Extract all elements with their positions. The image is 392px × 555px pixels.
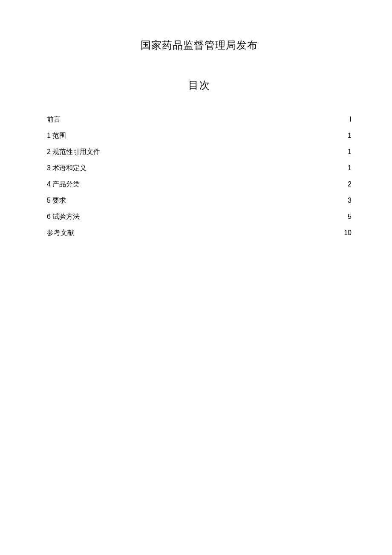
toc-label: 5 要求 bbox=[47, 197, 66, 204]
toc-label: 前言 bbox=[47, 116, 61, 123]
toc-item: 3 术语和定义 1 bbox=[47, 165, 352, 171]
toc-label: 1 范围 bbox=[47, 132, 66, 139]
toc-page: 1 bbox=[343, 148, 352, 155]
toc-item: 2 规范性引用文件 1 bbox=[47, 148, 352, 155]
toc-page: 1 bbox=[343, 165, 352, 171]
toc-list: 前言 I 1 范围 1 2 规范性引用文件 1 3 术语和定义 1 4 产品分类… bbox=[47, 116, 352, 236]
toc-page: 3 bbox=[343, 197, 352, 204]
toc-item: 4 产品分类 2 bbox=[47, 181, 352, 188]
toc-item: 参考文献 10 bbox=[47, 230, 352, 236]
toc-page: I bbox=[343, 116, 352, 123]
toc-item: 5 要求 3 bbox=[47, 197, 352, 204]
toc-label: 参考文献 bbox=[47, 230, 74, 236]
toc-page: 1 bbox=[343, 132, 352, 139]
document-page: 国家药品监督管理局发布 目次 前言 I 1 范围 1 2 规范性引用文件 1 3… bbox=[0, 0, 392, 236]
toc-page: 5 bbox=[343, 213, 352, 220]
publisher-title: 国家药品监督管理局发布 bbox=[47, 38, 352, 52]
toc-label: 6 试验方法 bbox=[47, 213, 80, 220]
toc-title: 目次 bbox=[47, 78, 352, 92]
toc-label: 2 规范性引用文件 bbox=[47, 148, 100, 155]
toc-page: 2 bbox=[343, 181, 352, 188]
toc-item: 前言 I bbox=[47, 116, 352, 123]
toc-item: 1 范围 1 bbox=[47, 132, 352, 139]
toc-page: 10 bbox=[343, 230, 352, 236]
toc-label: 4 产品分类 bbox=[47, 181, 80, 188]
toc-label: 3 术语和定义 bbox=[47, 165, 86, 171]
toc-item: 6 试验方法 5 bbox=[47, 213, 352, 220]
